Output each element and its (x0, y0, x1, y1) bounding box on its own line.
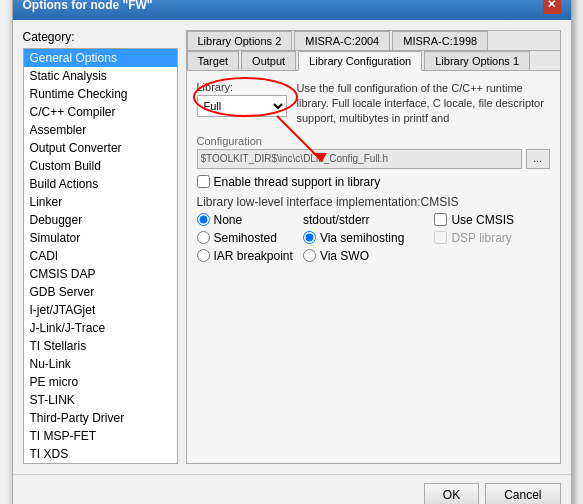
bottom-tabs-row: TargetOutputLibrary ConfigurationLibrary… (187, 51, 560, 71)
right-radio-col: stdout/stderr Via semihosting Via SWO (303, 213, 405, 263)
radio-iar-label: IAR breakpoint (214, 249, 293, 263)
config-browse-button[interactable]: ... (526, 149, 550, 169)
tab-lib-options-2[interactable]: Library Options 2 (187, 31, 293, 50)
use-cmsis-checkbox[interactable] (434, 213, 447, 226)
radio-groups: None Semihosted IAR breakpoint (197, 213, 550, 263)
config-input[interactable] (197, 149, 522, 169)
radio-stdout-label: stdout/stderr (303, 213, 370, 227)
radio-semihosting-label: Via semihosting (320, 231, 405, 245)
tab-output[interactable]: Output (241, 51, 296, 70)
category-panel: Category: General OptionsStatic Analysis… (23, 30, 178, 464)
category-list: General OptionsStatic AnalysisRuntime Ch… (23, 48, 178, 464)
configuration-section: Configuration ... (197, 135, 550, 169)
category-item-general-options[interactable]: General Options (24, 49, 177, 67)
bottom-buttons-row: OK Cancel (13, 474, 571, 505)
category-item-third-party-driver[interactable]: Third-Party Driver (24, 409, 177, 427)
tab-library-config[interactable]: Library Configuration (298, 51, 422, 71)
category-item-pe-micro[interactable]: PE micro (24, 373, 177, 391)
radio-iar-input[interactable] (197, 249, 210, 262)
thread-support-row: Enable thread support in library (197, 175, 550, 189)
tab-content: Library: Full Normal None Use the full c… (187, 71, 560, 463)
cmsis-group: Use CMSIS DSP library (434, 213, 514, 245)
top-tabs-row: Library Options 2MISRA-C:2004MISRA-C:199… (187, 31, 560, 51)
category-item-assembler[interactable]: Assembler (24, 121, 177, 139)
tab-target[interactable]: Target (187, 51, 240, 70)
radio-via-semihosting: Via semihosting (303, 231, 405, 245)
category-item-jlink-jtrace[interactable]: J-Link/J-Trace (24, 319, 177, 337)
category-item-ti-xds[interactable]: TI XDS (24, 445, 177, 463)
dsp-library-label: DSP library (451, 231, 511, 245)
category-item-ti-stellaris[interactable]: TI Stellaris (24, 337, 177, 355)
category-item-cpp-compiler[interactable]: C/C++ Compiler (24, 103, 177, 121)
radio-swo-label: Via SWO (320, 249, 369, 263)
category-item-debugger[interactable]: Debugger (24, 211, 177, 229)
use-cmsis-row: Use CMSIS (434, 213, 514, 227)
radio-via-swo: Via SWO (303, 249, 405, 263)
library-field-group: Library: Full Normal None (197, 81, 287, 117)
category-item-static-analysis[interactable]: Static Analysis (24, 67, 177, 85)
cancel-button[interactable]: Cancel (485, 483, 560, 505)
dsp-library-checkbox[interactable] (434, 231, 447, 244)
category-item-custom-build[interactable]: Custom Build (24, 157, 177, 175)
radio-stdout: stdout/stderr (303, 213, 405, 227)
category-item-build-actions[interactable]: Build Actions (24, 175, 177, 193)
use-cmsis-label: Use CMSIS (451, 213, 514, 227)
category-item-cmsis-dap[interactable]: CMSIS DAP (24, 265, 177, 283)
category-item-output-converter[interactable]: Output Converter (24, 139, 177, 157)
library-description: Use the full configuration of the C/C++ … (297, 81, 550, 127)
category-item-ti-msp-fet[interactable]: TI MSP-FET (24, 427, 177, 445)
library-row: Library: Full Normal None Use the full c… (197, 81, 550, 127)
radio-none-input[interactable] (197, 213, 210, 226)
dialog-title: Options for node "FW" (23, 0, 153, 12)
library-label: Library: (197, 81, 287, 93)
radio-swo-input[interactable] (303, 249, 316, 262)
options-dialog: Options for node "FW" ✕ Category: Genera… (12, 0, 572, 504)
tab-misra-2004[interactable]: MISRA-C:2004 (294, 31, 390, 50)
interface-label: Library low-level interface implementati… (197, 195, 550, 209)
category-item-runtime-checking[interactable]: Runtime Checking (24, 85, 177, 103)
radio-semihosted-label: Semihosted (214, 231, 277, 245)
radio-semihosting-input[interactable] (303, 231, 316, 244)
radio-none: None (197, 213, 293, 227)
category-item-simulator[interactable]: Simulator (24, 229, 177, 247)
title-bar: Options for node "FW" ✕ (13, 0, 571, 20)
close-button[interactable]: ✕ (543, 0, 561, 14)
category-item-st-link[interactable]: ST-LINK (24, 391, 177, 409)
category-item-linker[interactable]: Linker (24, 193, 177, 211)
dialog-body: Category: General OptionsStatic Analysis… (13, 20, 571, 474)
ok-button[interactable]: OK (424, 483, 479, 505)
thread-support-label: Enable thread support in library (214, 175, 381, 189)
left-radio-col: None Semihosted IAR breakpoint (197, 213, 293, 263)
category-item-nu-link[interactable]: Nu-Link (24, 355, 177, 373)
tab-misra-1998[interactable]: MISRA-C:1998 (392, 31, 488, 50)
radio-semihosted-input[interactable] (197, 231, 210, 244)
category-item-gdb-server[interactable]: GDB Server (24, 283, 177, 301)
radio-iar-breakpoint: IAR breakpoint (197, 249, 293, 263)
dsp-library-row: DSP library (434, 231, 514, 245)
thread-support-checkbox[interactable] (197, 175, 210, 188)
tab-library-options-1[interactable]: Library Options 1 (424, 51, 530, 70)
category-item-i-jet-jtagjet[interactable]: I-jet/JTAGjet (24, 301, 177, 319)
configuration-label: Configuration (197, 135, 550, 147)
library-select[interactable]: Full Normal None (197, 95, 287, 117)
radio-none-label: None (214, 213, 243, 227)
radio-semihosted: Semihosted (197, 231, 293, 245)
config-input-row: ... (197, 149, 550, 169)
category-item-cadi[interactable]: CADI (24, 247, 177, 265)
main-panel: Library Options 2MISRA-C:2004MISRA-C:199… (186, 30, 561, 464)
category-label: Category: (23, 30, 178, 44)
